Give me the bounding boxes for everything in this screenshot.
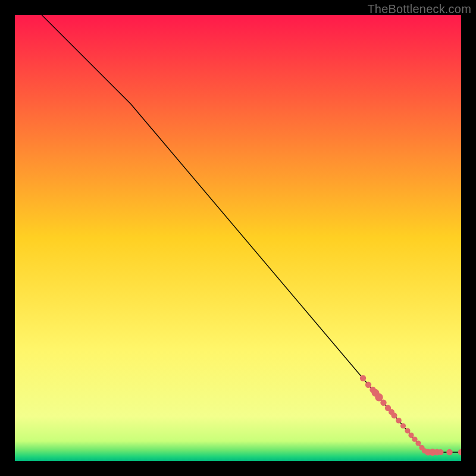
sample-point: [392, 413, 397, 419]
sample-point: [360, 375, 366, 381]
gradient-background: [15, 15, 461, 461]
watermark-text: TheBottleneck.com: [367, 2, 471, 16]
sample-point: [415, 440, 421, 446]
sample-point: [438, 449, 444, 455]
sample-point: [365, 382, 371, 388]
sample-point: [400, 423, 406, 428]
sample-point: [405, 428, 410, 433]
chart-frame: [15, 15, 461, 461]
sample-point: [446, 449, 452, 455]
sample-point: [380, 400, 386, 406]
bottleneck-chart: [15, 15, 461, 461]
sample-point: [396, 418, 402, 424]
